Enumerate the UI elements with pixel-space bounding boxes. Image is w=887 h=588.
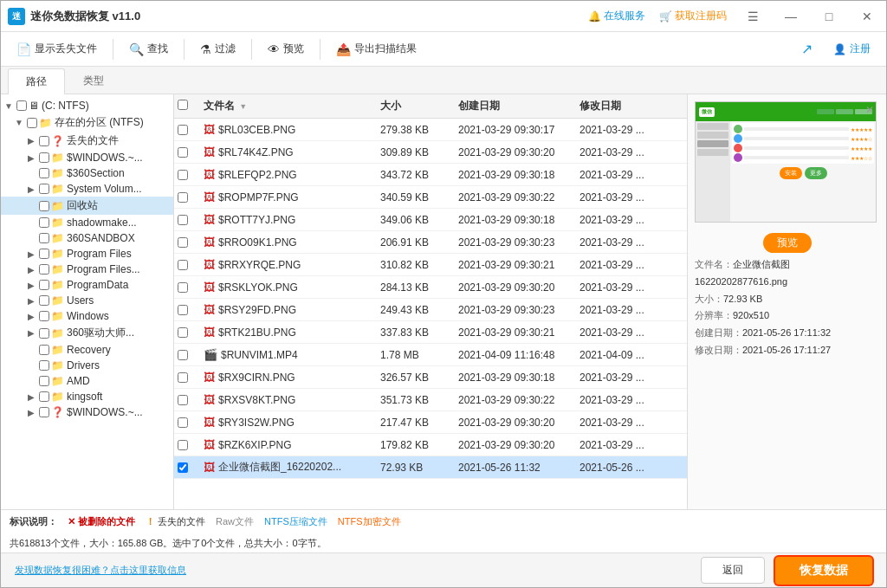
preview-close-btn[interactable]: ✕ [865,104,874,116]
row-checkbox-10[interactable] [178,350,188,360]
tree-item-progdata[interactable]: ▶ 📁 ProgramData [1,277,173,293]
table-row[interactable]: 🖼 $ROTT7YJ.PNG 349.06 KB 2021-03-29 09:3… [174,209,687,231]
tree-item-progfiles2[interactable]: ▶ 📁 Program Files... [1,262,173,277]
row-checkbox-4[interactable] [178,215,188,225]
tree-item-drivers[interactable]: 📁 Drivers [1,358,173,373]
tree-check-sandbox[interactable] [39,233,49,243]
row-checkbox-0[interactable] [178,125,188,135]
row-checkbox-15[interactable] [178,462,188,473]
table-row[interactable]: 🖼 $ROPMP7F.PNG 340.59 KB 2021-03-29 09:3… [174,186,687,209]
tree-item-windows2[interactable]: ▶ ❓ $WINDOWS.~... [1,404,173,420]
tree-item-partition[interactable]: ▼ 📁 存在的分区 (NTFS) [1,113,173,132]
tree-check-win[interactable] [39,311,49,321]
tree-check-w2[interactable] [39,407,49,417]
tree-item-360section[interactable]: 📁 $360Section [1,165,173,181]
find-btn[interactable]: 🔍 查找 [120,38,177,60]
row-checkbox-9[interactable] [178,327,188,338]
col-check-header [178,100,204,113]
table-row[interactable]: 🖼 $RSKLYOK.PNG 284.13 KB 2021-03-29 09:3… [174,276,687,299]
tree-item-windows1[interactable]: ▶ 📁 $WINDOWS.~... [1,150,173,165]
table-row[interactable]: 🖼 $RX9CIRN.PNG 326.57 KB 2021-03-29 09:3… [174,366,687,389]
table-row[interactable]: 🖼 $RL03CEB.PNG 279.38 KB 2021-03-29 09:3… [174,119,687,141]
row-checkbox-11[interactable] [178,372,188,383]
tree-check-w1[interactable] [39,152,49,163]
col-modified-header[interactable]: 修改日期 [579,99,683,113]
row-checkbox-6[interactable] [178,260,188,270]
tree-item-recovery[interactable]: 📁 Recovery [1,342,173,358]
table-row[interactable]: 🎬 $RUNVIM1.MP4 1.78 MB 2021-04-09 11:16:… [174,344,687,366]
tree-check-lost[interactable] [39,136,49,146]
tree-check-drv[interactable] [39,328,49,339]
table-row[interactable]: 🖼 $RRO09K1.PNG 206.91 KB 2021-03-29 09:3… [174,231,687,254]
tree-item-root[interactable]: ▼ 🖥 (C: NTFS) [1,98,173,113]
table-row[interactable]: 🖼 $RLEFQP2.PNG 343.72 KB 2021-03-29 09:3… [174,164,687,186]
row-checkbox-12[interactable] [178,395,188,405]
close-btn[interactable]: ✕ [855,7,879,26]
tree-check-amd[interactable] [39,376,49,386]
row-checkbox-2[interactable] [178,170,188,180]
tree-item-kingsoft[interactable]: ▶ 📁 kingsoft [1,389,173,404]
row-checkbox-1[interactable] [178,147,188,158]
tree-check-ks[interactable] [39,391,49,402]
row-checkbox-13[interactable] [178,417,188,428]
tree-item-windows[interactable]: ▶ 📁 Windows [1,308,173,324]
share-btn[interactable]: ↗ [793,37,821,61]
table-row[interactable]: 🖼 $RY3IS2W.PNG 217.47 KB 2021-03-29 09:3… [174,411,687,434]
tree-item-progfiles[interactable]: ▶ 📁 Program Files [1,246,173,262]
register-btn[interactable]: 👤 注册 [825,38,879,60]
tree-check-sys[interactable] [39,184,49,194]
tree-item-360driver[interactable]: ▶ 📁 360驱动大师... [1,324,173,342]
filter-btn[interactable]: ⚗ 过滤 [191,38,244,60]
tree-check-pf[interactable] [39,249,49,259]
row-checkbox-3[interactable] [178,192,188,203]
tree-item-shadow[interactable]: 📁 shadowmake... [1,215,173,230]
online-service-btn[interactable]: 🔔 在线服务 [588,9,645,23]
menu-btn[interactable]: ☰ [741,7,765,26]
tree-check-pf2[interactable] [39,264,49,275]
tree-check-1[interactable] [27,118,37,128]
table-row[interactable]: 🖼 $RRXYRQE.PNG 310.82 KB 2021-03-29 09:3… [174,254,687,276]
preview-toolbar-btn[interactable]: 👁 预览 [259,38,313,60]
row-checkbox-14[interactable] [178,440,188,450]
table-row[interactable]: 🖼 企业微信截图_16220202... 72.93 KB 2021-05-26… [174,456,687,479]
tree-item-users[interactable]: ▶ 📁 Users [1,293,173,308]
tree-check-root[interactable] [16,100,27,111]
back-button[interactable]: 返回 [701,557,765,584]
row-checkbox-8[interactable] [178,305,188,315]
tree-check-rec[interactable] [39,201,49,211]
select-all-checkbox[interactable] [178,100,188,110]
recover-button[interactable]: 恢复数据 [775,557,872,585]
row-checkbox-5[interactable] [178,237,188,248]
tree-check-drivers[interactable] [39,360,49,371]
tree-check-users[interactable] [39,295,49,306]
minimize-btn[interactable]: — [779,7,803,26]
tree-check-360[interactable] [39,168,49,178]
table-row[interactable]: 🖼 $RL74K4Z.PNG 309.89 KB 2021-03-29 09:3… [174,141,687,164]
maximize-btn[interactable]: □ [817,7,841,26]
show-lost-files-btn[interactable]: 📄 显示丢失文件 [8,38,106,60]
col-size-header[interactable]: 大小 [380,99,458,113]
tree-item-amd[interactable]: 📁 AMD [1,373,173,389]
tree-check-recovery[interactable] [39,345,49,355]
tree-check-shadow[interactable] [39,217,49,228]
tab-path[interactable]: 路径 [8,68,65,94]
tree-item-lost-files[interactable]: ▶ ❓ 丢失的文件 [1,132,173,150]
get-license-btn[interactable]: 🛒 获取注册码 [659,9,727,23]
col-name-header[interactable]: 文件名 ▼ [204,99,380,113]
help-link[interactable]: 发现数据恢复很困难？点击这里获取信息 [15,564,186,577]
table-row[interactable]: 🖼 $RZK6XIP.PNG 179.82 KB 2021-03-29 09:3… [174,434,687,456]
table-row[interactable]: 🖼 $RSY29FD.PNG 249.43 KB 2021-03-29 09:3… [174,299,687,321]
tree-item-sandbox[interactable]: 📁 360SANDBOX [1,230,173,246]
row-checkbox-7[interactable] [178,282,188,293]
table-row[interactable]: 🖼 $RXSV8KT.PNG 351.73 KB 2021-03-29 09:3… [174,389,687,411]
col-created-header[interactable]: 创建日期 [458,99,579,113]
preview-action-btn[interactable]: 预览 [763,233,812,253]
table-row[interactable]: 🖼 $RTK21BU.PNG 337.83 KB 2021-03-29 09:3… [174,321,687,344]
export-btn[interactable]: 📤 导出扫描结果 [327,38,425,60]
file-modified: 2021-03-29 ... [579,191,683,204]
tab-type[interactable]: 类型 [65,68,122,94]
tree-item-sysvolume[interactable]: ▶ 📁 System Volum... [1,181,173,197]
tree-check-pd[interactable] [39,280,49,290]
file-modified: 2021-03-29 ... [579,124,683,136]
tree-item-recycle[interactable]: 📁 回收站 [1,197,173,215]
